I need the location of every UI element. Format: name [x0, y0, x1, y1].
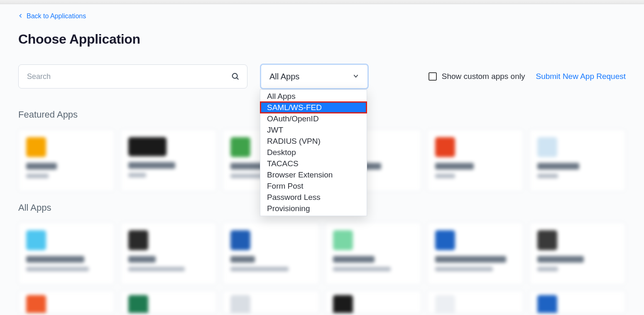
- app-icon: [128, 137, 167, 156]
- filter-option[interactable]: Form Post: [260, 180, 367, 192]
- filter-selected-label: All Apps: [269, 72, 299, 81]
- app-subtitle-placeholder: [435, 267, 493, 271]
- app-icon: [26, 137, 46, 157]
- app-card[interactable]: [325, 290, 421, 313]
- app-icon: [435, 137, 455, 157]
- app-subtitle-placeholder: [537, 174, 558, 178]
- filter-option[interactable]: JWT: [260, 124, 367, 135]
- app-icon: [230, 230, 250, 250]
- app-icon: [333, 230, 353, 250]
- app-icon: [537, 295, 557, 313]
- app-icon: [537, 230, 557, 250]
- filter-select: All Apps All AppsSAML/WS-FEDOAuth/OpenID…: [260, 64, 369, 89]
- chevron-down-icon: [353, 72, 359, 81]
- page-title: Choose Application: [18, 32, 626, 47]
- filter-dropdown: All AppsSAML/WS-FEDOAuth/OpenIDJWTRADIUS…: [260, 89, 367, 216]
- app-card[interactable]: [427, 290, 524, 313]
- app-icon: [333, 295, 353, 313]
- search-icon: [231, 72, 240, 81]
- window-topbar: [0, 0, 644, 4]
- app-title-placeholder: [537, 163, 579, 170]
- app-title-placeholder: [435, 256, 506, 263]
- show-custom-only-checkbox[interactable]: Show custom apps only: [429, 72, 525, 81]
- search-input[interactable]: [18, 64, 247, 89]
- app-icon: [26, 230, 46, 250]
- filter-option[interactable]: SAML/WS-FED: [260, 102, 367, 113]
- app-card[interactable]: [325, 222, 421, 285]
- app-icon: [128, 295, 148, 313]
- app-subtitle-placeholder: [128, 173, 146, 177]
- svg-point-0: [233, 74, 238, 79]
- filter-option[interactable]: Password Less: [260, 192, 367, 203]
- app-icon: [230, 295, 250, 313]
- app-card[interactable]: [120, 129, 217, 192]
- app-subtitle-placeholder: [537, 267, 558, 271]
- filter-option[interactable]: Provisioning: [260, 203, 367, 214]
- filter-option[interactable]: RADIUS (VPN): [260, 135, 367, 147]
- filter-option[interactable]: Browser Extension: [260, 169, 367, 180]
- show-custom-only-label: Show custom apps only: [442, 72, 525, 81]
- app-card[interactable]: [529, 222, 626, 285]
- filter-select-box[interactable]: All Apps: [260, 64, 369, 89]
- back-to-applications-link[interactable]: Back to Applications: [18, 12, 86, 20]
- right-controls: Show custom apps only Submit New App Req…: [429, 72, 626, 81]
- submit-new-app-request-link[interactable]: Submit New App Request: [536, 72, 626, 81]
- app-card[interactable]: [427, 129, 524, 192]
- checkbox-box-icon: [429, 72, 437, 81]
- app-icon: [435, 295, 455, 313]
- app-title-placeholder: [128, 162, 175, 169]
- app-subtitle-placeholder: [128, 267, 185, 271]
- app-icon: [537, 137, 557, 157]
- app-card[interactable]: [427, 222, 524, 285]
- app-icon: [435, 230, 455, 250]
- app-title-placeholder: [333, 256, 375, 263]
- search-wrap: [18, 64, 247, 89]
- app-card[interactable]: [120, 222, 217, 285]
- filter-option[interactable]: OAuth/OpenID: [260, 113, 367, 124]
- back-link-label: Back to Applications: [27, 12, 86, 20]
- app-icon: [128, 230, 148, 250]
- app-card[interactable]: [223, 222, 319, 285]
- app-title-placeholder: [26, 256, 84, 263]
- app-card[interactable]: [529, 129, 626, 192]
- all-apps-grid-2: [18, 290, 626, 313]
- app-card[interactable]: [120, 290, 217, 313]
- app-subtitle-placeholder: [26, 267, 89, 271]
- app-card[interactable]: [223, 290, 319, 313]
- controls-row: All Apps All AppsSAML/WS-FEDOAuth/OpenID…: [18, 64, 626, 89]
- app-card[interactable]: [529, 290, 626, 313]
- app-icon: [26, 295, 46, 313]
- app-title-placeholder: [230, 256, 255, 263]
- app-subtitle-placeholder: [230, 267, 289, 271]
- app-card[interactable]: [18, 129, 115, 192]
- app-icon: [230, 137, 250, 157]
- app-title-placeholder: [435, 163, 474, 170]
- app-title-placeholder: [128, 256, 156, 263]
- app-subtitle-placeholder: [333, 267, 391, 271]
- filter-option[interactable]: All Apps: [260, 91, 367, 102]
- svg-line-1: [237, 78, 238, 79]
- app-title-placeholder: [537, 256, 584, 263]
- app-subtitle-placeholder: [435, 174, 455, 178]
- app-card[interactable]: [18, 222, 115, 285]
- app-card[interactable]: [18, 290, 115, 313]
- filter-option[interactable]: Desktop: [260, 147, 367, 158]
- app-title-placeholder: [26, 163, 57, 170]
- all-apps-grid-1: [18, 222, 626, 285]
- filter-option[interactable]: TACACS: [260, 158, 367, 169]
- chevron-left-icon: [18, 13, 23, 20]
- page: Back to Applications Choose Application …: [0, 4, 644, 315]
- app-subtitle-placeholder: [26, 174, 49, 178]
